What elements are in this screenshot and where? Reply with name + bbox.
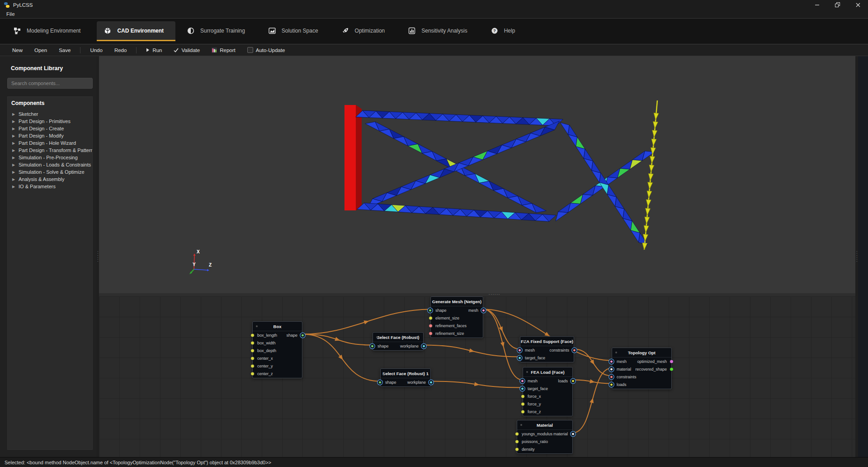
node-title-bar[interactable]: Generate Mesh (Netgen) [431, 297, 483, 306]
node-editor[interactable]: Boxbox_lengthshapebox_widthbox_depthcent… [99, 296, 855, 457]
node-port-row: shapemesh [431, 306, 483, 314]
port-out-material[interactable] [571, 432, 575, 435]
node-topology_opt[interactable]: Topology Optmeshoptimized_meshmaterialre… [612, 348, 672, 389]
node-fea_load[interactable]: FEA Load (Face)meshloadstarget_faceforce… [523, 367, 573, 416]
port-in-material[interactable] [610, 367, 613, 371]
port-in-mesh[interactable] [610, 360, 613, 363]
expand-arrow-icon[interactable]: ▶ [12, 112, 19, 116]
menu-file[interactable]: File [4, 11, 17, 17]
expand-arrow-icon[interactable]: ▶ [12, 185, 19, 189]
port-in-box_depth[interactable] [250, 348, 255, 353]
node-title-bar[interactable]: Topology Opt [612, 348, 671, 357]
node-select_face_1[interactable]: Select Face (Robust) 1shapeworkplane [380, 368, 431, 387]
expand-arrow-icon[interactable]: ▶ [12, 134, 19, 138]
viewport-3d[interactable]: XZY [99, 56, 855, 293]
sidebar-item-part-design-modify[interactable]: ▶Part Design - Modify [8, 132, 92, 139]
sidebar-item-simulation-pre-procesing[interactable]: ▶Simulation - Pre-Procesing [8, 154, 92, 161]
tab-cad[interactable]: CAD Environment [97, 21, 175, 41]
tab-surrogate[interactable]: Surrogate Training [180, 21, 257, 41]
open-button[interactable]: Open [30, 46, 51, 54]
node-gen_mesh[interactable]: Generate Mesh (Netgen)shapemeshelement_s… [430, 296, 483, 338]
expand-arrow-icon[interactable]: ▶ [12, 156, 19, 160]
sidebar-item-io-parameters[interactable]: ▶IO & Parameters [8, 183, 92, 190]
close-button[interactable] [848, 0, 868, 10]
port-in-poissons_ratio[interactable] [515, 439, 519, 443]
new-button[interactable]: New [8, 46, 27, 54]
port-in-youngs_modulus[interactable] [515, 432, 519, 436]
port-in-loads[interactable] [610, 383, 613, 386]
tab-help[interactable]: ?Help [484, 21, 527, 41]
port-in-center_x[interactable] [250, 356, 255, 360]
port-in-box_width[interactable] [250, 341, 255, 345]
expand-arrow-icon[interactable]: ▶ [12, 141, 19, 145]
port-in-shape[interactable] [429, 309, 432, 312]
node-select_face[interactable]: Select Face (Robust)shapeworkplane [373, 332, 424, 351]
search-components-input[interactable] [7, 78, 93, 89]
port-out-workplane[interactable] [422, 344, 425, 348]
viewport-editor-splitter[interactable]: ······ [99, 293, 855, 296]
sidebar-item-sketcher[interactable]: ▶Sketcher [8, 110, 92, 118]
expand-arrow-icon[interactable]: ▶ [12, 163, 19, 167]
port-in-mesh[interactable] [518, 348, 521, 352]
port-in-box_length[interactable] [250, 333, 255, 337]
node-title-bar[interactable]: FEA Load (Face) [523, 367, 572, 377]
tab-solution[interactable]: Solution Space [261, 21, 330, 41]
port-in-mesh[interactable] [521, 379, 524, 382]
port-out-constraints[interactable] [573, 348, 576, 352]
validate-button[interactable]: Validate [170, 46, 204, 54]
port-out-loads[interactable] [571, 379, 575, 382]
port-out-workplane[interactable] [429, 381, 433, 384]
restore-button[interactable] [827, 0, 848, 10]
port-out-shape[interactable] [301, 334, 304, 337]
expand-arrow-icon[interactable]: ▶ [12, 127, 19, 131]
port-in-density[interactable] [515, 447, 519, 451]
auto-update-checkbox-box[interactable] [247, 47, 253, 53]
undo-button[interactable]: Undo [86, 46, 107, 54]
sidebar-item-part-design-transform-pattern[interactable]: ▶Part Design - Transform & Pattern [8, 147, 92, 154]
sidebar-item-part-design-primitives[interactable]: ▶Part Design - Primitives [8, 118, 92, 125]
node-title: Generate Mesh (Netgen) [432, 299, 481, 304]
port-in-shape[interactable] [378, 381, 382, 384]
expand-arrow-icon[interactable]: ▶ [12, 119, 19, 124]
tab-optimization[interactable]: Optimization [335, 21, 397, 41]
port-in-constraints[interactable] [610, 375, 613, 378]
minimize-button[interactable] [807, 0, 827, 10]
port-in-target_face[interactable] [521, 387, 524, 390]
node-material[interactable]: Materialyoungs_modulusmaterialpoissons_r… [517, 420, 573, 454]
port-in-force_x[interactable] [521, 394, 525, 398]
expand-arrow-icon[interactable]: ▶ [12, 148, 19, 152]
save-button[interactable]: Save [55, 46, 75, 54]
port-in-refinement_size[interactable] [429, 331, 433, 335]
port-in-force_z[interactable] [521, 410, 525, 414]
port-out-recovered_shape[interactable] [670, 367, 674, 371]
report-button[interactable]: Report [208, 46, 240, 54]
auto-update-checkbox[interactable]: Auto-Update [243, 46, 289, 54]
node-title-bar[interactable]: Material [517, 420, 572, 430]
tab-sensitivity[interactable]: Sensitivity Analysis [401, 21, 479, 41]
sidebar-item-simulation-solve-optimize[interactable]: ▶Simulation - Solve & Optimize [8, 168, 92, 176]
node-box[interactable]: Boxbox_lengthshapebox_widthbox_depthcent… [252, 321, 302, 378]
run-button[interactable]: Run [142, 46, 166, 54]
node-title-bar[interactable]: Box [253, 322, 302, 331]
sidebar-item-part-design-hole-wizard[interactable]: ▶Part Design - Hole Wizard [8, 139, 92, 147]
port-in-refinement_faces[interactable] [429, 324, 433, 328]
port-in-shape[interactable] [371, 344, 374, 348]
expand-arrow-icon[interactable]: ▶ [12, 170, 19, 174]
port-out-optimized_mesh[interactable] [670, 359, 674, 363]
node-title-bar[interactable]: FEA Fixed Support (Face) [520, 337, 574, 346]
expand-arrow-icon[interactable]: ▶ [12, 177, 19, 181]
node-title-bar[interactable]: Select Face (Robust) 1 [381, 369, 430, 378]
sidebar-item-simulation-loads-constraints[interactable]: ▶Simulation - Loads & Constraints [8, 161, 92, 168]
sidebar-item-part-design-create[interactable]: ▶Part Design - Create [8, 125, 92, 132]
port-in-element_size[interactable] [429, 316, 433, 320]
port-in-center_z[interactable] [250, 372, 255, 376]
port-in-force_y[interactable] [521, 402, 525, 406]
node-title-bar[interactable]: Select Face (Robust) [373, 333, 423, 342]
sidebar-item-analysis-assembly[interactable]: ▶Analysis & Assembly [8, 176, 92, 183]
port-out-mesh[interactable] [482, 309, 485, 312]
node-fixed_support[interactable]: FEA Fixed Support (Face)meshconstraintst… [520, 336, 574, 362]
tab-modeling[interactable]: Modeling Environment [6, 21, 92, 41]
redo-button[interactable]: Redo [110, 46, 131, 54]
port-in-target_face[interactable] [518, 356, 521, 359]
port-in-center_y[interactable] [250, 364, 255, 368]
